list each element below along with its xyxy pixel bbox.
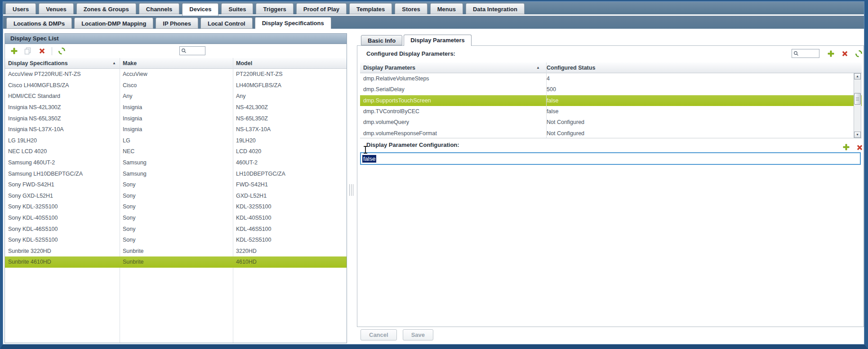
make-cell: Sony (120, 203, 233, 210)
scroll-down-icon[interactable]: ▼ (854, 132, 861, 138)
tab-templates[interactable]: Templates (349, 3, 392, 14)
spec-row[interactable]: NEC LCD 4020NECLCD 4020 (5, 146, 347, 157)
cancel-button[interactable]: Cancel (361, 329, 397, 340)
add-icon[interactable] (9, 47, 19, 56)
spec-cell: LG 19LH20 (5, 137, 120, 144)
param-name-cell: dmp.volumeResponseFormat (360, 130, 543, 137)
spec-search-input[interactable] (187, 47, 205, 54)
spec-row[interactable]: Sony KDL-32S5100SonyKDL-32S5100 (5, 201, 347, 212)
spec-row[interactable]: Cisco LH40MGFLBS/ZACiscoLH40MGFLBS/ZA (5, 80, 347, 91)
delete-icon[interactable] (37, 47, 47, 56)
refresh-icon[interactable] (57, 47, 67, 56)
scrollbar-thumb[interactable] (854, 93, 861, 105)
parameters-scrollbar[interactable]: ▲ ▼ (854, 73, 861, 138)
spec-row[interactable]: Insignia NS-L37X-10AInsigniaNS-L37X-10A (5, 124, 347, 135)
spec-cell: Sunbrite 3220HD (5, 248, 120, 254)
column-header-display-parameters[interactable]: Display Parameters ▲ (360, 62, 543, 73)
save-button[interactable]: Save (403, 329, 433, 340)
model-cell: KDL-52S5100 (233, 237, 347, 243)
model-cell: LCD 4020 (233, 148, 347, 155)
main-tabs: UsersVenuesZones & GroupsChannelsDevices… (5, 2, 525, 14)
spec-row[interactable]: Insignia NS-42L300ZInsigniaNS-42L300Z (5, 102, 347, 113)
panel-splitter-grip-icon[interactable] (349, 184, 354, 196)
spec-row[interactable]: Sunbrite 4610HDSunbrite4610HD (5, 256, 347, 268)
parameter-search-input[interactable] (799, 50, 817, 57)
make-cell: Sunbrite (120, 248, 233, 254)
tab-triggers[interactable]: Triggers (256, 3, 293, 14)
spec-row[interactable]: Sony KDL-52S5100SonyKDL-52S5100 (5, 234, 347, 246)
spec-table-header: Display Specifications ▲ Make Model (5, 58, 347, 69)
param-status-cell: false (543, 108, 862, 115)
spec-row[interactable]: Sony GXD-L52H1SonyGXD-L52H1 (5, 190, 347, 202)
spec-row[interactable]: Sunbrite 3220HDSunbrite3220HD (5, 246, 347, 257)
model-cell: GXD-L52H1 (233, 193, 347, 199)
param-row[interactable]: dmp.SupportsTouchScreenfalse (360, 95, 862, 106)
tab-devices[interactable]: Devices (182, 3, 218, 16)
param-row[interactable]: dmp.RelativeVolumeSteps4 (360, 73, 862, 84)
subtab-location-dmp-mapping[interactable]: Location-DMP Mapping (74, 18, 153, 29)
spec-cell: Samsung 460UT-2 (5, 159, 120, 166)
delete-icon[interactable] (855, 143, 864, 152)
make-cell: NEC (120, 148, 233, 155)
tab-suites[interactable]: Suites (221, 3, 253, 14)
model-cell: KDL-32S5100 (233, 203, 347, 210)
tab-proof-of-play[interactable]: Proof of Play (296, 3, 347, 14)
refresh-icon[interactable] (854, 49, 864, 58)
subtab-ip-phones[interactable]: IP Phones (156, 18, 198, 29)
make-cell: Sony (120, 193, 233, 199)
model-cell: LH40MGFLBS/ZA (233, 82, 347, 88)
parameter-configuration-label: Display Parameter Configuration: (366, 141, 459, 148)
column-header-model[interactable]: Model (233, 58, 347, 68)
configured-parameters-label: Configured Display Parameters: (366, 50, 455, 57)
copy-icon[interactable] (23, 47, 33, 56)
tab-stores[interactable]: Stores (395, 3, 427, 14)
spec-table: Display Specifications ▲ Make Model Accu… (5, 58, 347, 343)
spec-row[interactable]: Sony KDL-40S5100SonyKDL-40S5100 (5, 212, 347, 224)
detail-tab-basic-info[interactable]: Basic Info (361, 35, 402, 45)
tab-data-integration[interactable]: Data Integration (466, 3, 525, 14)
spec-toolbar (5, 44, 347, 58)
model-cell: KDL-40S5100 (233, 215, 347, 221)
param-name-cell: dmp.SerialDelay (360, 86, 543, 93)
subtab-local-control[interactable]: Local Control (200, 18, 253, 29)
model-cell: Any (233, 93, 347, 99)
delete-icon[interactable] (840, 49, 850, 58)
param-row[interactable]: dmp.TVControlByCECfalse (360, 106, 862, 117)
subtab-locations-dmps[interactable]: Locations & DMPs (6, 18, 72, 29)
parameter-value-input[interactable]: false (360, 152, 861, 165)
add-icon[interactable] (841, 142, 851, 151)
spec-row[interactable]: AccuView PT220RUE-NT-ZSAccuViewPT220RUE-… (5, 69, 347, 80)
param-row[interactable]: dmp.SerialDelay500 (360, 84, 862, 95)
tab-zones-groups[interactable]: Zones & Groups (76, 3, 136, 14)
tab-venues[interactable]: Venues (39, 3, 74, 14)
make-cell: Samsung (120, 171, 233, 177)
tab-channels[interactable]: Channels (139, 3, 180, 14)
spec-row[interactable]: HDMI/CEC StandardAnyAny (5, 91, 347, 102)
tab-menus[interactable]: Menus (430, 3, 463, 14)
model-cell: KDL-46S5100 (233, 226, 347, 232)
spec-row[interactable]: Sony KDL-46S5100SonyKDL-46S5100 (5, 223, 347, 234)
param-row[interactable]: dmp.volumeResponseFormatNot Configured (360, 128, 862, 138)
spec-cell: HDMI/CEC Standard (5, 93, 120, 99)
param-status-cell: 4 (543, 75, 862, 82)
app-window: UsersVenuesZones & GroupsChannelsDevices… (0, 0, 868, 349)
tab-users[interactable]: Users (5, 3, 36, 14)
parameter-rows: dmp.RelativeVolumeSteps4dmp.SerialDelay5… (360, 73, 862, 139)
column-header-make[interactable]: Make (120, 58, 233, 68)
spec-row[interactable]: LG 19LH20LG19LH20 (5, 135, 347, 146)
display-parameters-panel: Configured Display Parameters: Display P… (357, 45, 864, 327)
model-cell: NS-65L350Z (233, 115, 347, 122)
subtab-display-specifications[interactable]: Display Specifications (255, 17, 331, 29)
column-header-display-specifications[interactable]: Display Specifications ▲ (5, 58, 120, 68)
make-cell: Insignia (120, 126, 233, 133)
add-icon[interactable] (826, 49, 836, 58)
spec-row[interactable]: Sony FWD-S42H1SonyFWD-S42H1 (5, 179, 347, 190)
spec-row[interactable]: Samsung LH10DBEPTGC/ZASamsungLH10DBEPTGC… (5, 168, 347, 179)
spec-row[interactable]: Samsung 460UT-2Samsung460UT-2 (5, 157, 347, 168)
scroll-up-icon[interactable]: ▲ (854, 73, 861, 80)
spec-row[interactable]: Insignia NS-65L350ZInsigniaNS-65L350Z (5, 113, 347, 124)
column-header-configured-status[interactable]: Configured Status (543, 62, 862, 73)
make-cell: LG (120, 137, 233, 144)
param-row[interactable]: dmp.volumeQueryNot Configured (360, 117, 862, 128)
detail-tab-display-parameters[interactable]: Display Parameters (404, 35, 472, 46)
